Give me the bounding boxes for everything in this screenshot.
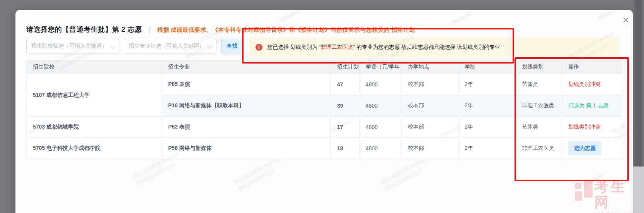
- cell-category: 艺体类: [516, 117, 562, 138]
- cell-plan: 18: [331, 138, 359, 159]
- scrollbar-thumb[interactable]: [634, 0, 642, 166]
- table-row: 5705 电子科技大学成都学院 P56 网络与新媒体 18 4800 校本部 2…: [27, 138, 622, 159]
- cell-location: 校本部: [402, 117, 458, 138]
- header-location: 办学地点: [402, 60, 458, 74]
- header-action: 操作: [562, 60, 622, 74]
- notice-text: 您已选择 划线类别为 “非理工农医类” 的专业为您的志愿 故后续志愿都只能选择 …: [267, 44, 500, 51]
- cell-major: P85 表演: [162, 74, 331, 95]
- chevron-down-icon: [207, 44, 212, 49]
- notice-highlight: 非理工农医类: [320, 44, 353, 50]
- cell-major: P56 网络与新媒体: [162, 138, 331, 159]
- cell-fee: 4800: [359, 95, 402, 117]
- major-filter-placeholder: 招生专业筛选（可输入关键词）: [129, 43, 204, 50]
- conflict-status: 划线类别冲突: [568, 81, 601, 87]
- header-college: 招生院校: [27, 60, 162, 74]
- cell-location: 校本部: [402, 95, 458, 117]
- cell-category: 艺体类: [516, 74, 562, 95]
- header-plan: 招生计划: [331, 60, 359, 74]
- cell-college: 5703 成都锦城学院: [27, 117, 162, 138]
- category-notice: i 您已选择 划线类别为 “非理工农医类” 的专业为您的志愿 故后续志愿都只能选…: [249, 38, 619, 57]
- cell-action: 已选为 第 1 志愿: [562, 95, 622, 117]
- kaosheng-logo: 考生网 kaosheng.com: [575, 179, 637, 213]
- cell-plan: 47: [331, 74, 359, 95]
- dialog-subtitle: 根据 成绩最低要求、《本专科专业对应指导目录》和《招生计划》当前仅显示与您相关的…: [157, 26, 415, 34]
- page-title: 请选择您的【普通考生批】第 2 志愿: [26, 25, 142, 34]
- kaosheng-logo-name: 考生网: [595, 179, 637, 210]
- cell-action: 划线类别冲突: [562, 117, 622, 138]
- dialog-header: 请选择您的【普通考生批】第 2 志愿 ｜ 根据 成绩最低要求、《本专科专业对应指…: [26, 25, 415, 34]
- close-icon[interactable]: ✕: [620, 15, 631, 26]
- header-fee: 学费（元/学年）: [359, 60, 402, 74]
- cell-plan: 39: [331, 95, 359, 117]
- cell-college: 5107 成都信息工程大学: [27, 74, 162, 117]
- major-filter-select[interactable]: 招生专业筛选（可输入关键词）: [124, 39, 216, 53]
- cell-action: 划线类别冲突: [562, 74, 622, 95]
- volunteer-dialog: 请选择您的【普通考生批】第 2 志愿 ｜ 根据 成绩最低要求、《本专科专业对应指…: [15, 10, 633, 213]
- cell-major: P16 网络与新媒体【职教本科】: [162, 95, 331, 117]
- cell-category: 非理工农医类: [516, 138, 562, 159]
- cell-fee: 4800: [359, 74, 402, 95]
- cell-location: 校本部: [402, 138, 458, 159]
- header-major: 招生专业: [162, 60, 331, 74]
- cell-action: 选为志愿: [562, 138, 622, 159]
- table-row: 5703 成都锦城学院 P62 表演 17 4800 校本部 2年 艺体类 划线…: [27, 117, 622, 138]
- cell-major: P62 表演: [162, 117, 331, 138]
- cell-duration: 2年: [458, 117, 516, 138]
- header-category: 划线类别: [516, 60, 562, 74]
- table-header-row: 招生院校 招生专业 招生计划 学费（元/学年） 办学地点 学制 划线类别 操作: [27, 60, 622, 74]
- chevron-down-icon: [110, 44, 115, 49]
- cell-college: 5705 电子科技大学成都学院: [27, 138, 162, 159]
- select-volunteer-button[interactable]: 选为志愿: [568, 141, 601, 155]
- table-row: 5107 成都信息工程大学 P85 表演 47 4800 校本部 2年 艺体类 …: [27, 74, 622, 95]
- cell-plan: 17: [331, 117, 359, 138]
- screen: 请选择您的【普通考生批】第 2 志愿 ｜ 根据 成绩最低要求、《本专科专业对应指…: [0, 0, 644, 213]
- cell-duration: 2年: [458, 95, 516, 117]
- title-separator: ｜: [147, 26, 153, 34]
- college-filter-placeholder: 招生院校筛选（可输入关键词）: [31, 43, 107, 50]
- env-watermark: 880a8e90: [0, 11, 13, 28]
- header-duration: 学制: [458, 60, 516, 74]
- selected-status: 已选为 第 1 志愿: [568, 102, 608, 108]
- page-scrollbar[interactable]: [633, 0, 644, 213]
- cell-duration: 2年: [458, 74, 516, 95]
- kaosheng-logo-domain: kaosheng.com: [595, 211, 637, 213]
- cell-location: 校本部: [402, 74, 458, 95]
- cell-duration: 2年: [458, 138, 516, 159]
- kaosheng-logo-icon: [575, 179, 591, 201]
- cell-fee: 4800: [359, 117, 402, 138]
- cell-category: 非理工农医类: [516, 95, 562, 117]
- college-filter-select[interactable]: 招生院校筛选（可输入关键词）: [26, 39, 119, 53]
- conflict-status: 划线类别冲突: [568, 124, 601, 130]
- info-icon: i: [256, 44, 262, 51]
- cell-fee: 4800: [359, 138, 402, 159]
- search-button[interactable]: 查找: [221, 39, 243, 53]
- admission-plan-table: 招生院校 招生专业 招生计划 学费（元/学年） 办学地点 学制 划线类别 操作 …: [26, 60, 622, 159]
